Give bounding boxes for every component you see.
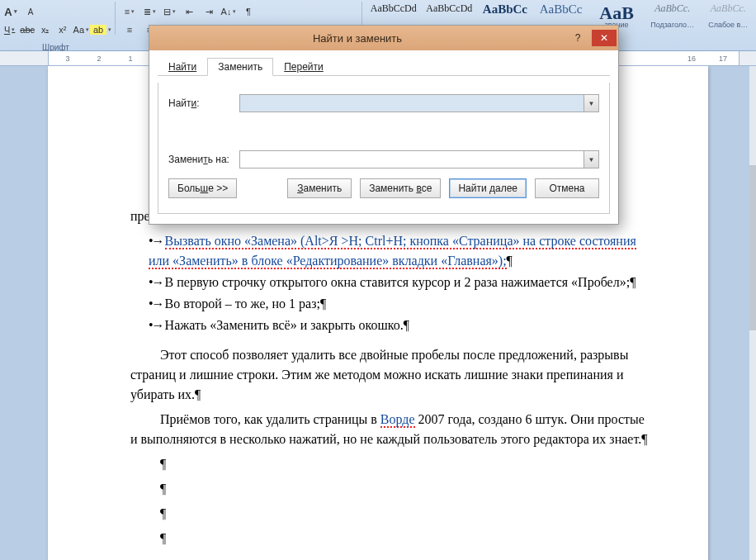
pilcrow-mark: ¶ — [404, 318, 409, 332]
dialog-tabs: Найти Заменить Перейти — [158, 57, 610, 76]
find-input-combo[interactable]: ▼ — [239, 94, 599, 112]
style-preview: AaBbCcDd — [368, 2, 419, 21]
replace-input[interactable] — [240, 151, 584, 168]
bullet-list: Вызвать окно «Замена» (Alt>Я >Н; Ctrl+H;… — [130, 231, 650, 335]
replace-input-combo[interactable]: ▼ — [239, 150, 599, 168]
dropdown-icon[interactable]: ▼ — [584, 151, 598, 168]
ruler-num: 17 — [707, 55, 739, 63]
style-preview: AaB — [591, 2, 642, 21]
group-separator — [115, 2, 116, 35]
subscript-button[interactable]: x₂ — [37, 21, 53, 38]
style-preview: AaBbCc — [480, 2, 531, 21]
tab-goto[interactable]: Перейти — [273, 58, 334, 76]
pilcrow-mark: ¶ — [507, 254, 513, 268]
tab-replace[interactable]: Заменить — [207, 58, 273, 76]
close-button[interactable]: ✕ — [592, 30, 617, 46]
ruler-num: 1 — [115, 55, 146, 63]
highlight-glyph: ab — [90, 25, 106, 35]
dropdown-icon[interactable]: ▼ — [584, 95, 598, 112]
align-left-button[interactable]: ≡ — [120, 21, 139, 38]
replace-label: Заменить на: — [168, 154, 239, 165]
cancel-button[interactable]: Отмена — [535, 178, 599, 198]
empty-paragraph: ¶ — [130, 529, 650, 548]
change-case-button[interactable]: Aa — [73, 21, 90, 38]
dialog-titlebar[interactable]: Найти и заменить ? ✕ — [149, 26, 618, 50]
style-preview: AaBbCc — [536, 2, 587, 21]
body-paragraph: Приёмов того, как удалить страницы в Вор… — [130, 410, 650, 449]
outdent-button[interactable]: ⇤ — [180, 3, 198, 20]
empty-paragraph: ¶ — [130, 479, 650, 499]
find-label: Найти: — [168, 97, 239, 109]
dialog-title: Найти и заменить — [149, 32, 565, 45]
hyperlink[interactable]: или «Заменить» в блоке «Редактирование» … — [149, 254, 507, 269]
sort-button[interactable]: A↓ — [220, 3, 238, 20]
pilcrow-mark: ¶ — [641, 432, 647, 446]
font-grow-button[interactable]: A — [2, 3, 20, 20]
replace-button[interactable]: Заменить — [287, 178, 352, 198]
tab-find[interactable]: Найти — [158, 58, 207, 76]
superscript-button[interactable]: x² — [54, 21, 70, 38]
indent-button[interactable]: ⇥ — [200, 3, 218, 20]
style-label: Слабое в… — [702, 21, 754, 29]
more-button[interactable]: Больше >> — [168, 178, 237, 198]
pilcrow-mark: ¶ — [195, 387, 201, 401]
style-preview: AaBbCc. — [702, 2, 754, 21]
find-replace-dialog: Найти и заменить ? ✕ Найти Заменить Пере… — [149, 25, 619, 225]
style-card[interactable]: AaBbCc.Слабое в… — [700, 0, 756, 38]
find-next-button[interactable]: Найти далее — [449, 178, 527, 198]
bullets-button[interactable]: ≡ — [120, 3, 139, 20]
find-input[interactable] — [240, 95, 584, 112]
ruler-num: 3 — [52, 55, 83, 63]
font-group-label: Шрифт — [2, 40, 110, 52]
style-label: Подзаголо… — [647, 21, 698, 29]
numbering-button[interactable]: ≣ — [140, 3, 158, 20]
font-shrink-button[interactable]: A — [21, 3, 40, 20]
vertical-scrollbar[interactable] — [749, 66, 756, 560]
ruler-num: 2 — [83, 55, 115, 63]
scroll-thumb[interactable] — [749, 165, 756, 330]
style-preview: AaBbCc. — [647, 2, 698, 21]
list-item: Во второй – то же, но 1 раз;¶ — [149, 294, 650, 314]
list-item: В первую строчку открытого окна ставится… — [149, 273, 650, 292]
empty-paragraph: ¶ — [130, 454, 650, 474]
font-group: A A Ч abc x₂ x² Aa ab Шрифт — [0, 0, 111, 52]
ruler-num: 16 — [676, 55, 707, 63]
empty-paragraph: ¶ — [130, 504, 650, 524]
multilevel-button[interactable]: ⊟ — [160, 3, 178, 20]
tab-panel-replace: Найти: ▼ Заменить на: ▼ Больше >> Замени… — [158, 83, 610, 214]
list-item: Нажать «Заменить всё» и закрыть окошко.¶ — [149, 316, 650, 335]
underline-button[interactable]: Ч — [2, 21, 17, 38]
body-paragraph: Этот способ позволяет удалить все двойны… — [130, 345, 650, 405]
replace-all-button[interactable]: Заменить все — [360, 178, 441, 198]
strike-button[interactable]: abc — [19, 21, 35, 38]
style-preview: AaBbCcDd — [424, 2, 475, 21]
pilcrow-mark: ¶ — [630, 275, 636, 289]
highlight-button[interactable]: ab — [92, 21, 110, 38]
help-button[interactable]: ? — [565, 30, 590, 46]
dialog-body: Найти Заменить Перейти Найти: ▼ Заменить… — [149, 50, 618, 224]
style-card[interactable]: AaBbCc.Подзаголо… — [645, 0, 701, 38]
list-item: Вызвать окно «Замена» (Alt>Я >Н; Ctrl+H;… — [149, 231, 650, 271]
hyperlink[interactable]: Вызвать окно «Замена» (Alt>Я >Н; Ctrl+H;… — [165, 234, 636, 249]
show-marks-button[interactable]: ¶ — [239, 3, 258, 20]
pilcrow-mark: ¶ — [320, 297, 326, 311]
hyperlink[interactable]: Ворде — [380, 412, 415, 428]
